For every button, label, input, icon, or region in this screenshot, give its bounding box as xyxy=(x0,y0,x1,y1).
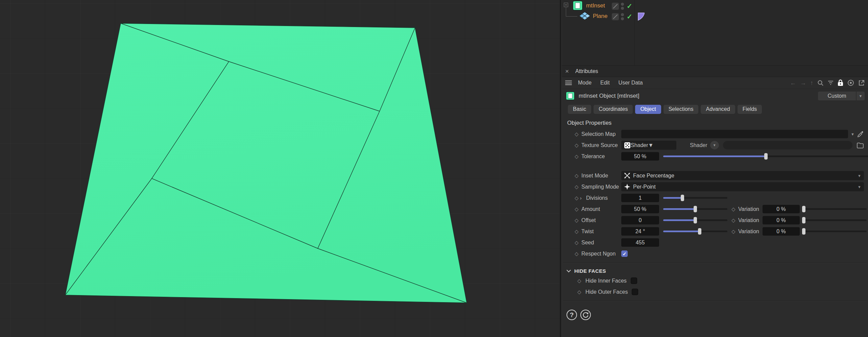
amount-variation-field[interactable]: 0 % xyxy=(763,205,800,213)
seed-value-field[interactable]: 455 xyxy=(621,238,659,247)
tab-fields[interactable]: Fields xyxy=(738,105,762,114)
tolerance-value-field[interactable]: 50 % xyxy=(621,152,659,161)
layer-toggle-icon[interactable] xyxy=(612,3,619,10)
twist-variation-group: ◇ Variation 0 % xyxy=(731,227,867,236)
amount-slider[interactable] xyxy=(663,208,727,210)
keyframe-diamond-icon[interactable]: ◇ xyxy=(577,278,582,284)
close-icon[interactable]: × xyxy=(565,68,573,75)
keyframe-diamond-icon[interactable]: ◇ xyxy=(575,251,579,257)
visibility-render-dot-icon[interactable] xyxy=(621,17,624,20)
twist-variation-slider[interactable] xyxy=(804,231,867,232)
amount-variation-slider[interactable] xyxy=(804,208,867,210)
parent-up-icon[interactable]: ↑ xyxy=(810,80,813,86)
row-twist: ◇ Twist 24 ° ◇ Variation 0 % xyxy=(575,226,864,237)
property-label: Offset xyxy=(581,217,621,223)
divisions-value-field[interactable]: 1 xyxy=(621,194,659,202)
keyframe-diamond-icon[interactable]: ◇ xyxy=(575,240,579,246)
keyframe-diamond-icon[interactable]: ◇ xyxy=(575,217,579,223)
eyedropper-icon[interactable] xyxy=(857,131,864,138)
keyframe-diamond-icon[interactable]: ◇ xyxy=(731,206,736,212)
visibility-render-dot-icon[interactable] xyxy=(621,7,624,10)
object-name[interactable]: mtInset xyxy=(586,2,605,9)
object-row-mtinset[interactable]: mtInset xyxy=(572,1,605,11)
offset-value-field[interactable]: 0 xyxy=(621,216,659,224)
filter-icon[interactable] xyxy=(828,80,834,86)
sampling-mode-value: Per-Point xyxy=(633,184,656,190)
tab-coordinates[interactable]: Coordinates xyxy=(594,105,633,114)
preset-dropdown-arrow-icon[interactable]: ▼ xyxy=(857,92,865,100)
tab-object[interactable]: Object xyxy=(635,105,661,114)
hide-inner-faces-checkbox[interactable] xyxy=(631,278,637,284)
tolerance-slider[interactable] xyxy=(663,155,868,157)
menu-mode[interactable]: Mode xyxy=(578,80,592,86)
tab-basic[interactable]: Basic xyxy=(568,105,591,114)
object-row-plane[interactable]: Plane xyxy=(579,11,607,21)
sampling-mode-dropdown[interactable]: Per-Point ▼ xyxy=(621,182,864,191)
plane-object[interactable] xyxy=(65,23,467,303)
reset-icon[interactable] xyxy=(580,310,591,320)
panel-title: Attributes xyxy=(575,68,598,74)
offset-slider[interactable] xyxy=(663,219,727,221)
enabled-check-icon[interactable]: ✓ xyxy=(627,13,632,21)
amount-value-field[interactable]: 50 % xyxy=(621,205,659,213)
row-texture-source: ◇ Texture Source Shader ▼ Shader ▼ xyxy=(575,140,864,151)
object-name[interactable]: Plane xyxy=(593,13,607,20)
shader-link-field[interactable] xyxy=(723,141,852,149)
keyframe-diamond-icon[interactable]: ◇ xyxy=(731,217,736,223)
phong-tag-icon[interactable] xyxy=(637,12,645,22)
viewport-canvas[interactable] xyxy=(0,0,560,337)
expand-chevron-icon[interactable]: › xyxy=(580,195,584,201)
property-label: Selection Map xyxy=(581,131,621,137)
keyframe-diamond-icon[interactable]: ◇ xyxy=(575,131,579,137)
selection-map-field[interactable] xyxy=(621,130,848,138)
property-label: Seed xyxy=(581,240,621,246)
texture-source-dropdown[interactable]: Shader ▼ xyxy=(621,141,676,150)
folder-icon[interactable] xyxy=(857,142,864,149)
keyframe-diamond-icon[interactable]: ◇ xyxy=(577,289,582,295)
history-forward-icon[interactable]: → xyxy=(800,80,806,86)
keyframe-diamond-icon[interactable]: ◇ xyxy=(575,206,579,212)
hamburger-menu-icon[interactable] xyxy=(565,80,572,85)
menu-edit[interactable]: Edit xyxy=(600,80,610,86)
keyframe-diamond-icon[interactable]: ◇ xyxy=(575,153,579,160)
lock-icon[interactable] xyxy=(838,79,843,86)
tab-advanced[interactable]: Advanced xyxy=(701,105,735,114)
keyframe-diamond-icon[interactable]: ◇ xyxy=(575,142,579,148)
help-icon[interactable]: ? xyxy=(566,310,577,320)
keyframe-diamond-icon[interactable]: ◇ xyxy=(575,184,579,190)
hide-outer-faces-checkbox[interactable] xyxy=(632,289,638,295)
property-label: Amount xyxy=(581,206,621,212)
inset-mode-dropdown[interactable]: Face Percentage ▼ xyxy=(621,171,864,180)
new-window-icon[interactable] xyxy=(858,80,865,86)
amount-variation-group: ◇ Variation 0 % xyxy=(731,205,867,213)
shader-picker-arrow-icon[interactable]: ▼ xyxy=(710,141,719,149)
variation-label: Variation xyxy=(738,206,759,212)
selection-map-dropdown-arrow-icon[interactable]: ▼ xyxy=(851,132,854,136)
respect-ngon-checkbox[interactable]: ✓ xyxy=(621,250,628,257)
keyframe-diamond-icon[interactable]: ◇ xyxy=(575,228,579,235)
attribute-tabs: Basic Coordinates Object Selections Adva… xyxy=(562,103,868,116)
tab-selections[interactable]: Selections xyxy=(664,105,699,114)
visibility-editor-dot-icon[interactable] xyxy=(621,3,624,6)
twist-value-field[interactable]: 24 ° xyxy=(621,227,659,236)
collapse-box-icon[interactable]: − xyxy=(564,3,568,7)
enabled-check-icon[interactable]: ✓ xyxy=(627,2,632,10)
visibility-editor-dot-icon[interactable] xyxy=(621,13,624,16)
hide-faces-header[interactable]: HIDE FACES xyxy=(562,266,868,275)
attributes-titlebar: × Attributes xyxy=(562,66,868,77)
offset-variation-field[interactable]: 0 % xyxy=(763,216,800,224)
divisions-slider[interactable] xyxy=(663,197,727,199)
plane-object-icon xyxy=(579,11,590,21)
track-mode-icon[interactable] xyxy=(847,79,854,86)
layer-toggle-icon[interactable] xyxy=(612,13,619,20)
twist-slider[interactable] xyxy=(663,231,727,232)
preset-dropdown[interactable]: Custom xyxy=(818,92,856,100)
history-back-icon[interactable]: ← xyxy=(790,80,796,86)
offset-variation-slider[interactable] xyxy=(804,219,867,221)
keyframe-diamond-icon[interactable]: ◇ xyxy=(731,228,736,235)
search-icon[interactable] xyxy=(817,80,824,86)
twist-variation-field[interactable]: 0 % xyxy=(763,227,800,236)
keyframe-diamond-icon[interactable]: ◇ xyxy=(575,195,579,201)
keyframe-diamond-icon[interactable]: ◇ xyxy=(575,173,579,179)
menu-user-data[interactable]: User Data xyxy=(619,80,643,86)
